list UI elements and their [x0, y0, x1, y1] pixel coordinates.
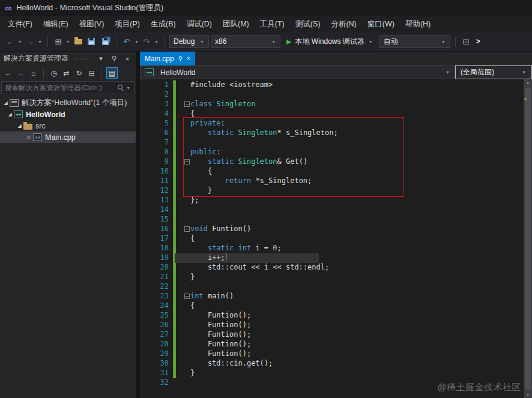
new-project-icon[interactable]: ⊞ — [53, 37, 64, 46]
code-line[interactable]: 11 return *s_Singleton; — [140, 176, 524, 186]
menu-file[interactable]: 文件(F) — [2, 17, 38, 32]
scope-dropdown[interactable]: HelloWorld ▾ — [140, 65, 455, 79]
sync-with-active-document-icon[interactable]: ⇄ — [61, 67, 72, 79]
pin-icon[interactable]: ⚲ — [178, 55, 183, 62]
show-all-files-icon[interactable]: ▤ — [106, 67, 118, 79]
expander-icon[interactable]: ◢ — [6, 112, 14, 117]
code-line[interactable]: 21} — [140, 273, 524, 282]
code-line[interactable]: 13}; — [140, 196, 524, 205]
new-project-dropdown-icon[interactable]: ▾ — [65, 39, 71, 44]
pending-changes-filter-icon[interactable]: ◷ — [48, 67, 59, 79]
code-line[interactable]: 4{ — [140, 109, 524, 119]
fold-marker-icon[interactable]: − — [184, 294, 190, 299]
menu-team[interactable]: 团队(M) — [217, 17, 255, 32]
menu-tools[interactable]: 工具(T) — [255, 17, 290, 32]
search-icon[interactable] — [118, 85, 124, 91]
code-line[interactable]: 20 std::cout << i << std::endl; — [140, 263, 524, 273]
forward-dropdown-icon[interactable]: ▾ — [37, 39, 43, 44]
code-line[interactable]: 9− static Singleton& Get() — [140, 157, 524, 167]
undo-icon[interactable]: ↶ — [121, 37, 132, 46]
open-file-icon[interactable] — [74, 39, 82, 44]
collapse-all-icon[interactable]: ⊟ — [86, 67, 97, 79]
undo-dropdown-icon[interactable]: ▾ — [134, 39, 139, 44]
code-line[interactable]: 6 static Singleton* s_Singleton; — [140, 128, 524, 138]
code-line[interactable]: 5private: — [140, 119, 524, 128]
redo-dropdown-icon[interactable]: ▾ — [154, 39, 159, 44]
scroll-down-icon[interactable]: ▼ — [524, 393, 532, 397]
close-icon[interactable]: × — [122, 55, 132, 62]
navigate-back-icon[interactable]: ← — [5, 37, 16, 46]
code-line[interactable]: 12 } — [140, 186, 524, 196]
code-line[interactable]: 1#include <iostream> — [140, 80, 524, 90]
menu-analyze[interactable]: 分析(N) — [325, 17, 361, 32]
menu-edit[interactable]: 编辑(E) — [38, 17, 74, 32]
code-line[interactable]: 17{ — [140, 234, 524, 244]
start-debugging-button[interactable]: ▶ 本地 Windows 调试器 ▾ — [282, 35, 378, 48]
code-line[interactable]: 7 — [140, 138, 524, 148]
expander-icon[interactable]: ◢ — [16, 123, 23, 128]
code-line[interactable]: 27 Funtion(); — [140, 330, 524, 340]
solution-explorer-header[interactable]: 解决方案资源管理器 ▾ ⚲ × — [0, 52, 136, 65]
search-input[interactable] — [5, 84, 116, 91]
code-line[interactable]: 19 i++; — [140, 253, 524, 263]
home-icon[interactable]: ⌂ — [28, 67, 39, 79]
member-scope-dropdown[interactable]: (全局范围) ▾ — [455, 65, 532, 79]
pin-icon[interactable]: ⚲ — [109, 55, 119, 62]
panel-splitter[interactable] — [136, 52, 140, 398]
refresh-icon[interactable]: ↻ — [73, 67, 85, 79]
tree-item-project-helloworld[interactable]: ◢ HelloWorld — [0, 109, 136, 120]
tree-item-solution[interactable]: ◢ 解决方案“HelloWorld”(1 个项目) — [0, 97, 136, 109]
back-dropdown-icon[interactable]: ▾ — [17, 39, 23, 44]
solution-configuration-dropdown[interactable]: Debug ▾ — [169, 35, 209, 48]
code-line[interactable]: 23−int main() — [140, 292, 524, 301]
auto-dropdown[interactable]: 自动 ▾ — [379, 35, 450, 48]
search-options-icon[interactable]: ▾ — [125, 85, 131, 91]
code-line[interactable]: 25 Funtion(); — [140, 311, 524, 321]
code-line[interactable]: 8public: — [140, 148, 524, 157]
code-line[interactable]: 31} — [140, 369, 524, 378]
close-icon[interactable]: × — [187, 55, 190, 62]
expander-icon[interactable]: ◢ — [2, 100, 10, 106]
menu-test[interactable]: 测试(S) — [290, 17, 326, 32]
menu-view[interactable]: 视图(V) — [74, 17, 110, 32]
toolbar-overflow-icon[interactable]: > — [473, 37, 483, 46]
fold-marker-icon[interactable]: − — [184, 101, 190, 107]
code-line[interactable]: 16−void Funtion() — [140, 225, 524, 234]
code-line[interactable]: 14 — [140, 205, 524, 215]
window-position-icon[interactable]: ▾ — [96, 55, 106, 62]
code-line[interactable]: 18 static int i = 0; — [140, 244, 524, 253]
code-line[interactable]: 26 Funtion(); — [140, 321, 524, 330]
code-line[interactable]: 2 — [140, 90, 524, 100]
scrollbar-thumb[interactable] — [525, 88, 531, 390]
save-icon[interactable] — [88, 38, 95, 45]
code-line[interactable]: 15 — [140, 215, 524, 225]
menu-help[interactable]: 帮助(H) — [400, 17, 436, 32]
code-line[interactable]: 29 Funtion(); — [140, 349, 524, 359]
toolbar-extra-icon[interactable]: ⊡ — [461, 37, 471, 46]
title-bar[interactable]: ∞ HelloWorld - Microsoft Visual Studio(管… — [0, 0, 532, 16]
code-line[interactable]: 10 { — [140, 167, 524, 176]
vertical-scrollbar[interactable]: ▲ ▼ — [524, 79, 532, 398]
tree-item-folder-src[interactable]: ◢ src — [0, 120, 136, 131]
code-editor[interactable]: 1#include <iostream>23−class Singleton4{… — [140, 79, 524, 398]
save-all-icon[interactable] — [102, 38, 109, 45]
code-line[interactable]: 24{ — [140, 301, 524, 311]
code-line[interactable]: 28 Funtion(); — [140, 340, 524, 349]
menu-project[interactable]: 项目(P) — [109, 17, 145, 32]
navigate-forward-icon[interactable]: → — [25, 37, 35, 46]
fold-marker-icon[interactable]: − — [184, 226, 190, 232]
scroll-up-icon[interactable]: ▲ — [524, 80, 532, 85]
menu-build[interactable]: 生成(B) — [145, 17, 181, 32]
code-line[interactable]: 3−class Singleton — [140, 100, 524, 109]
redo-icon[interactable]: ↷ — [141, 37, 152, 46]
expander-icon[interactable]: ▷ — [25, 134, 33, 140]
tree-item-file-maincpp[interactable]: ▷ Main.cpp — [0, 131, 136, 143]
forward-icon[interactable]: → — [15, 67, 26, 79]
back-icon[interactable]: ← — [2, 67, 14, 79]
panel-drag-grip[interactable] — [74, 57, 90, 60]
tab-maincpp[interactable]: Main.cpp ⚲ × — [140, 52, 195, 65]
menu-window[interactable]: 窗口(W) — [362, 17, 400, 32]
fold-marker-icon[interactable]: − — [184, 159, 190, 164]
menu-debug[interactable]: 调试(D) — [181, 17, 217, 32]
code-line[interactable]: 30 std::cin.get(); — [140, 359, 524, 369]
